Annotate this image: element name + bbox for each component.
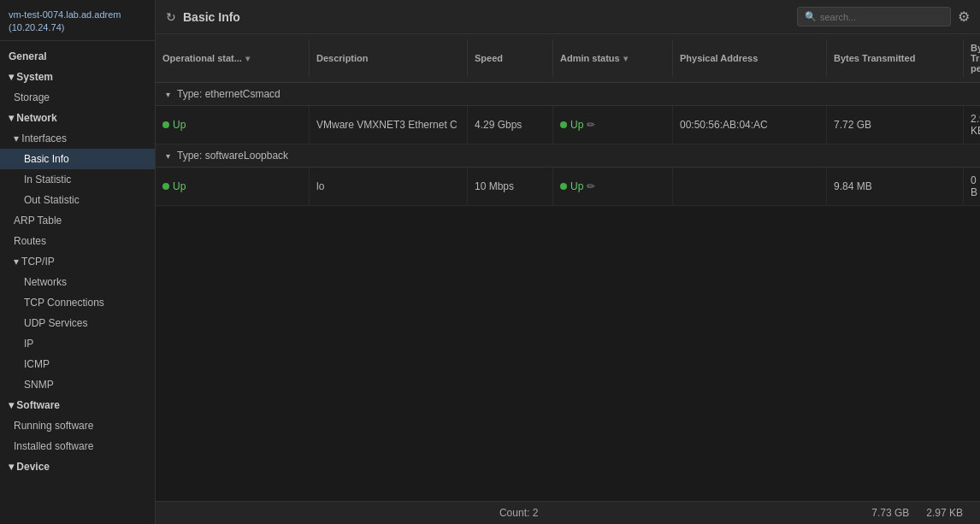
cell-description: VMware VMXNET3 Ethernet C: [310, 106, 468, 144]
sidebar-item-system[interactable]: ▾ System: [0, 67, 155, 87]
sidebar-item-network[interactable]: ▾ Network: [0, 108, 155, 128]
cell-physical-address: 00:50:56:AB:04:AC: [673, 106, 827, 144]
type-arrow-1: ▾: [166, 151, 170, 161]
column-header-bytes-transmitted: Bytes Transmitted: [827, 39, 964, 77]
host-header: vm-test-0074.lab.ad.adrem (10.20.24.74): [0, 0, 155, 41]
sidebar-item-interfaces[interactable]: ▾ Interfaces: [0, 128, 155, 149]
cell-bytes-transmitted: 9.84 MB: [827, 168, 964, 205]
sidebar-item-udp-services[interactable]: UDP Services: [0, 313, 155, 333]
table-body: ▾Type: ethernetCsmacdUpVMware VMXNET3 Et…: [156, 83, 980, 501]
footer-count: Count: 2: [166, 507, 871, 519]
type-arrow-0: ▾: [166, 90, 170, 99]
status-up-indicator: Up: [162, 180, 186, 192]
type-label-1: Type: softwareLoopback: [177, 150, 288, 162]
column-header-physical-address: Physical Address: [673, 39, 827, 77]
cell-description: lo: [310, 168, 468, 205]
sidebar-item-in-statistic[interactable]: In Statistic: [0, 169, 155, 190]
type-label-0: Type: ethernetCsmacd: [177, 88, 280, 100]
type-row-0[interactable]: ▾Type: ethernetCsmacd: [156, 83, 980, 106]
sidebar-item-ip[interactable]: IP: [0, 333, 155, 354]
sidebar-item-routes[interactable]: Routes: [0, 231, 155, 251]
column-header-op-status: Operational stat...▾: [156, 39, 310, 77]
status-up-indicator: Up: [162, 119, 186, 131]
filter-icon-admin-status[interactable]: ▾: [623, 54, 628, 63]
sidebar-item-storage[interactable]: Storage: [0, 87, 155, 108]
cell-admin-status: Up ✏: [553, 168, 673, 205]
column-header-description: Description: [310, 39, 468, 77]
column-header-speed: Speed: [468, 39, 553, 77]
topbar: ↻ Basic Info 🔍 ⚙: [156, 0, 980, 34]
search-icon: 🔍: [805, 11, 817, 22]
cell-bytes-transmitted: 7.72 GB: [827, 106, 964, 144]
sidebar-item-arp-table[interactable]: ARP Table: [0, 210, 155, 231]
sidebar-item-installed-software[interactable]: Installed software: [0, 436, 155, 456]
cell-admin-status: Up ✏: [553, 106, 673, 144]
hostname: vm-test-0074.lab.ad.adrem: [9, 9, 146, 21]
host-ip: (10.20.24.74): [9, 21, 146, 34]
search-box: 🔍: [797, 7, 951, 26]
table-row: Uplo10 MbpsUp ✏9.84 MB0 B: [156, 168, 980, 206]
column-header-bytes-transmitted-per: Bytes Transmitted per...: [964, 39, 980, 77]
sidebar-item-snmp[interactable]: SNMP: [0, 374, 155, 395]
sidebar-item-basic-info[interactable]: Basic Info: [0, 149, 155, 169]
page-title: Basic Info: [183, 10, 240, 24]
sidebar-item-icmp[interactable]: ICMP: [0, 354, 155, 374]
cell-bytes-transmitted-per: 2.97 KB: [964, 106, 980, 144]
sidebar-nav: General▾ SystemStorage▾ Network▾ Interfa…: [0, 41, 155, 482]
sidebar-item-tcpip[interactable]: ▾ TCP/IP: [0, 251, 155, 272]
sidebar: vm-test-0074.lab.ad.adrem (10.20.24.74) …: [0, 0, 156, 524]
sidebar-item-out-statistic[interactable]: Out Statistic: [0, 190, 155, 210]
settings-icon[interactable]: ⚙: [958, 9, 970, 25]
edit-icon[interactable]: ✏: [587, 119, 595, 131]
type-row-1[interactable]: ▾Type: softwareLoopback: [156, 144, 980, 168]
search-input[interactable]: [820, 12, 940, 22]
admin-status-indicator: Up: [560, 119, 583, 131]
column-header-admin-status: Admin status▾: [553, 39, 673, 77]
sidebar-item-device[interactable]: ▾ Device: [0, 456, 155, 477]
cell-speed: 4.29 Gbps: [468, 106, 553, 144]
admin-status-indicator: Up: [560, 180, 583, 192]
cell-physical-address: [673, 168, 827, 205]
refresh-button[interactable]: ↻: [166, 10, 176, 24]
table-header: Operational stat...▾DescriptionSpeedAdmi…: [156, 34, 980, 83]
main-content: ↻ Basic Info 🔍 ⚙ Operational stat...▾Des…: [156, 0, 980, 524]
sidebar-item-software[interactable]: ▾ Software: [0, 395, 155, 415]
table-row: UpVMware VMXNET3 Ethernet C4.29 GbpsUp ✏…: [156, 106, 980, 144]
edit-icon[interactable]: ✏: [587, 180, 595, 192]
sidebar-item-general[interactable]: General: [0, 46, 155, 67]
cell-speed: 10 Mbps: [468, 168, 553, 205]
filter-icon-op-status[interactable]: ▾: [245, 54, 250, 63]
sidebar-item-tcp-connections[interactable]: TCP Connections: [0, 292, 155, 313]
sidebar-item-running-software[interactable]: Running software: [0, 415, 155, 436]
sidebar-item-networks[interactable]: Networks: [0, 272, 155, 292]
cell-bytes-transmitted-per: 0 B: [964, 168, 980, 205]
table-footer: Count: 2 7.73 GB 2.97 KB: [156, 501, 980, 524]
cell-op-status: Up: [156, 106, 310, 144]
footer-bytes-per: 2.97 KB: [926, 507, 963, 519]
footer-bytes-total: 7.73 GB: [871, 507, 909, 519]
cell-op-status: Up: [156, 168, 310, 205]
